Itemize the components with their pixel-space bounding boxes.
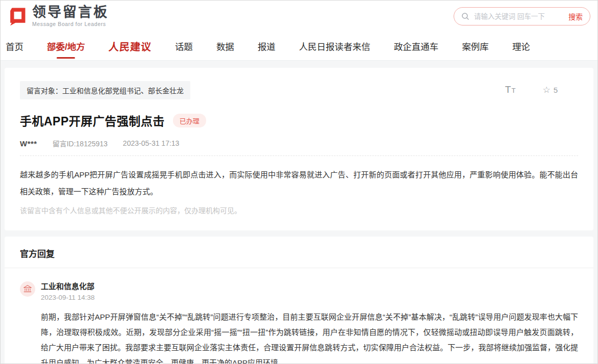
content-area: 留言对象：工业和信息化部党组书记、部长金壮龙 TT ☆ 5 手机APP开屏广告强… [1, 61, 597, 364]
main-nav: 首页 部委/地方 人民建议 话题 数据 报道 人民日报读者来信 政企直通车 案例… [1, 32, 597, 61]
active-tab-underline [57, 57, 75, 59]
message-title-row: 手机APP开屏广告强制点击 已办理 [20, 112, 578, 129]
font-size-control[interactable]: TT [505, 84, 516, 95]
search-icon [461, 12, 469, 20]
nav-item-gov-enterprise[interactable]: 政企直通车 [394, 40, 439, 53]
nav-item-reader-letters[interactable]: 人民日报读者来信 [299, 40, 370, 53]
star-icon: ☆ [542, 85, 550, 95]
site-logo[interactable]: 领导留言板 Message Board for Leaders [6, 5, 109, 28]
reply-section-header: 官方回复 [5, 237, 593, 268]
message-tools: TT ☆ 5 [505, 84, 578, 95]
font-size-small: T [511, 87, 516, 94]
message-timestamp: 2023-05-31 17:13 [123, 139, 180, 147]
font-size-large: T [505, 84, 512, 95]
message-card: 留言对象：工业和信息化部党组书记、部长金壮龙 TT ☆ 5 手机APP开屏广告强… [5, 68, 593, 230]
divider [20, 155, 578, 156]
message-id: 留言ID:18125913 [53, 138, 108, 148]
reply-content: 工业和信息化部 2023-09-11 14:38 前期，我部针对APP开屏弹窗信… [41, 280, 578, 364]
nav-item-reports[interactable]: 报道 [258, 40, 276, 53]
logo-text: 领导留言板 Message Board for Leaders [32, 6, 109, 27]
privacy-note: 该留言中含有个人信息或其他不便公开展示的内容，仅办理机构可见。 [20, 205, 578, 215]
nav-item-topics[interactable]: 话题 [175, 40, 193, 53]
nav-item-data[interactable]: 数据 [216, 40, 234, 53]
logo-subtitle: Message Board for Leaders [32, 21, 109, 27]
reply-item: 工业和信息化部 2023-09-11 14:38 前期，我部针对APP开屏弹窗信… [5, 268, 593, 364]
nav-item-label: 部委/地方 [47, 42, 85, 52]
nav-item-theory[interactable]: 理论 [512, 40, 530, 53]
search-box[interactable]: 搜索 [454, 7, 590, 25]
nav-item-home[interactable]: 首页 [6, 40, 23, 53]
page: 领导留言板 Message Board for Leaders 搜索 首页 部委… [0, 0, 598, 364]
message-target-chip: 留言对象：工业和信息化部党组书记、部长金壮龙 [20, 81, 190, 99]
official-reply-card: 官方回复 工业和信息化部 2023-09-11 14:38 [5, 237, 593, 364]
status-badge: 已办理 [173, 114, 206, 127]
message-author: W*** [20, 139, 37, 148]
reply-section-title: 官方回复 [20, 247, 578, 259]
reply-timestamp: 2023-09-11 14:38 [41, 294, 578, 301]
message-meta: W*** 留言ID:18125913 2023-05-31 17:13 [20, 138, 578, 148]
reply-agency-name: 工业和信息化部 [41, 280, 578, 291]
star-count: 5 [554, 86, 558, 94]
search-input[interactable] [474, 13, 568, 20]
nav-item-ministries[interactable]: 部委/地方 [47, 40, 85, 53]
nav-item-case-library[interactable]: 案例库 [462, 40, 489, 53]
favorite-control[interactable]: ☆ 5 [542, 85, 558, 95]
message-body: 越来越多的手机APP把开屏广告设置成摇晃手机即点击进入，而实际使用中非常容易就进… [20, 166, 578, 200]
logo-icon [6, 5, 28, 28]
message-toprow: 留言对象：工业和信息化部党组书记、部长金壮龙 TT ☆ 5 [20, 81, 578, 99]
government-building-icon [23, 284, 32, 294]
logo-title: 领导留言板 [32, 6, 109, 19]
message-title: 手机APP开屏广告强制点击 [20, 112, 165, 129]
site-header: 领导留言板 Message Board for Leaders 搜索 [1, 1, 597, 32]
reply-body: 前期，我部针对APP开屏弹窗信息“关不掉”“乱跳转”问题进行专项整治，目前主要互… [41, 309, 578, 364]
search-button[interactable]: 搜索 [568, 11, 583, 21]
nav-item-peoples-suggestions[interactable]: 人民建议 [108, 39, 152, 54]
avatar [20, 281, 35, 297]
